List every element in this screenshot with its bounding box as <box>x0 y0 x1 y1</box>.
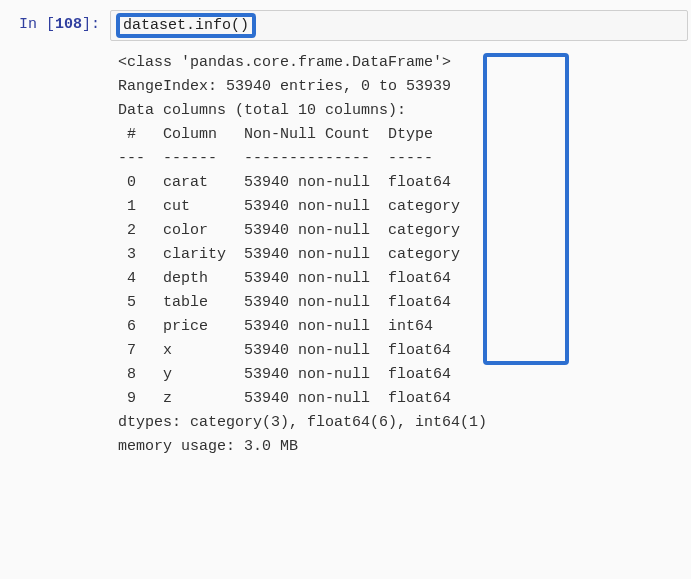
output-data-row: 6 price 53940 non-null int64 <box>118 315 688 339</box>
output-memory-line: memory usage: 3.0 MB <box>118 435 688 459</box>
in-prompt-suffix: : <box>91 16 100 33</box>
output-range-line: RangeIndex: 53940 entries, 0 to 53939 <box>118 75 688 99</box>
output-class-line: <class 'pandas.core.frame.DataFrame'> <box>118 51 688 75</box>
header-dtype: Dtype <box>388 126 460 143</box>
output-sep-row: --- ------ -------------- ----- <box>118 147 688 171</box>
output-data-row: 7 x 53940 non-null float64 <box>118 339 688 363</box>
output-data-row: 3 clarity 53940 non-null category <box>118 243 688 267</box>
code-text: dataset.info() <box>123 17 249 34</box>
output-data-row: 0 carat 53940 non-null float64 <box>118 171 688 195</box>
header-nonnull: Non-Null Count <box>244 126 370 143</box>
output-block: <class 'pandas.core.frame.DataFrame'>Ran… <box>110 51 688 459</box>
output-data-row: 5 table 53940 non-null float64 <box>118 291 688 315</box>
output-data-row: 4 depth 53940 non-null float64 <box>118 267 688 291</box>
jupyter-cell: In [108]: dataset.info() <class 'pandas.… <box>10 10 681 459</box>
sep-hash: --- <box>118 150 145 167</box>
output-data-row: 8 y 53940 non-null float64 <box>118 363 688 387</box>
in-prompt: In [108]: <box>10 10 110 39</box>
output-cols-line: Data columns (total 10 columns): <box>118 99 688 123</box>
cell-body: dataset.info() <class 'pandas.core.frame… <box>110 10 688 459</box>
header-hash: # <box>118 126 145 143</box>
output-dtypes-line: dtypes: category(3), float64(6), int64(1… <box>118 411 688 435</box>
sep-nonnull: -------------- <box>244 150 370 167</box>
code-input[interactable]: dataset.info() <box>110 10 688 41</box>
in-prompt-label: In <box>19 16 46 33</box>
sep-column: ------ <box>163 150 226 167</box>
highlight-code: dataset.info() <box>116 13 256 38</box>
output-data-row: 2 color 53940 non-null category <box>118 219 688 243</box>
output-data-row: 9 z 53940 non-null float64 <box>118 387 688 411</box>
output-header-row: # Column Non-Null Count Dtype <box>118 123 688 147</box>
output-data-row: 1 cut 53940 non-null category <box>118 195 688 219</box>
sep-dtype: ----- <box>388 150 460 167</box>
in-prompt-number: 108 <box>55 16 82 33</box>
header-column: Column <box>163 126 226 143</box>
